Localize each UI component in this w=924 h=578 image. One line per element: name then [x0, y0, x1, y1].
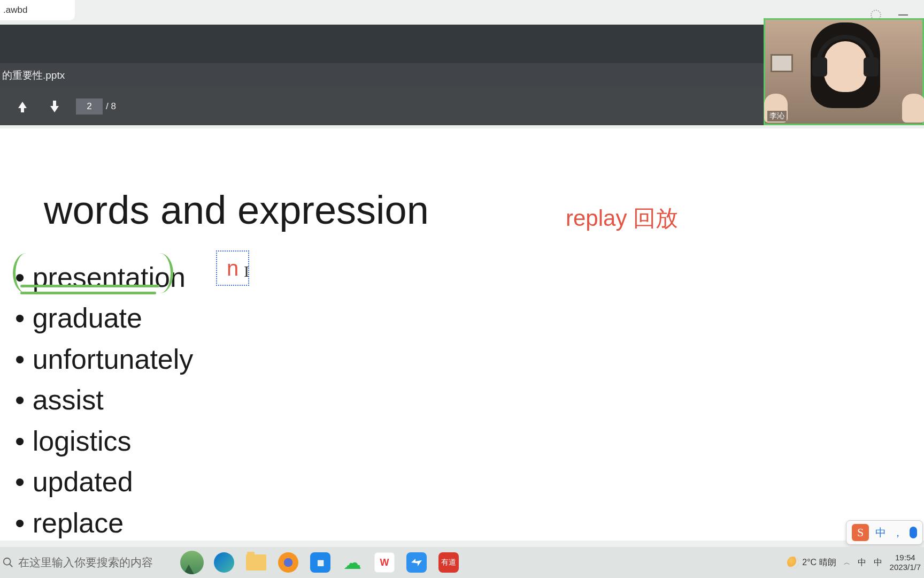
ime-punct[interactable]: ， [892, 526, 903, 540]
page-total: / 8 [106, 101, 116, 112]
clock-time: 19:54 [890, 553, 921, 562]
prev-page-button[interactable] [13, 97, 32, 116]
replay-annotation: replay 回放 [566, 203, 678, 233]
list-item: assist [0, 379, 193, 420]
bullet-list: presentation graduate unfortunately assi… [0, 257, 193, 543]
arrow-down-icon [49, 101, 60, 112]
weather-widget[interactable]: 2°C 晴朗 [787, 557, 836, 568]
list-item: updated [0, 461, 193, 502]
wps-icon[interactable]: W [372, 550, 397, 575]
webcam-overlay: 李沁 [764, 18, 924, 125]
edge-browser-icon[interactable] [212, 550, 236, 575]
text-cursor-icon: I [244, 262, 249, 280]
list-item: graduate [0, 298, 193, 338]
green-underline-annotation [20, 292, 156, 294]
page-number-input[interactable] [76, 98, 103, 115]
wechat-icon[interactable]: ☁ [340, 550, 365, 575]
ime-toolbar[interactable]: S 中 ， [846, 520, 923, 545]
clock-date: 2023/1/7 [890, 562, 921, 572]
arrow-up-icon [17, 101, 28, 112]
taskbar-clock[interactable]: 19:54 2023/1/7 [890, 553, 921, 572]
earcup-right-icon [864, 57, 879, 77]
picture-frame-icon [771, 54, 793, 72]
microphone-icon[interactable] [910, 527, 917, 538]
earcup-left-icon [812, 57, 827, 77]
list-item: unfortunately [0, 339, 193, 379]
file-name: 的重要性.pptx [2, 69, 65, 82]
slide-title: words and expression [44, 187, 429, 233]
weather-text: 2°C 晴朗 [802, 557, 836, 568]
tray-expand-icon[interactable]: ︿ [844, 558, 850, 567]
tray-ime-1[interactable]: 中 [858, 557, 866, 568]
pager-bar: / 8 [0, 88, 765, 125]
youdao-icon[interactable]: 有道 [436, 550, 461, 575]
search-placeholder: 在这里输入你要搜索的内容 [18, 555, 153, 570]
file-title-bar: 的重要性.pptx [0, 63, 765, 88]
taskbar-search[interactable]: 在这里输入你要搜索的内容 [2, 555, 153, 570]
ime-lang[interactable]: 中 [875, 526, 886, 540]
list-item: logistics [0, 421, 193, 461]
desktop-icon[interactable] [180, 550, 204, 575]
dingtalk-icon[interactable] [404, 550, 429, 575]
sogou-logo-icon: S [852, 524, 869, 541]
document-tab[interactable]: .awbd [0, 0, 75, 20]
hand-right [902, 94, 924, 123]
tray-ime-2[interactable]: 中 [874, 557, 882, 568]
firefox-icon[interactable] [276, 550, 301, 575]
moon-icon [787, 557, 799, 568]
tencent-meeting-icon[interactable]: ▦ [308, 550, 333, 575]
webcam-name-tag: 李沁 [767, 111, 787, 121]
taskbar-apps: ▦ ☁ W 有道 [180, 550, 461, 575]
annotation-letter: n [227, 256, 238, 280]
file-explorer-icon[interactable] [244, 550, 268, 575]
search-icon [2, 557, 14, 568]
svg-point-0 [4, 558, 11, 565]
minimize-button[interactable] [898, 14, 908, 16]
svg-line-1 [10, 564, 13, 567]
taskbar-tray: 2°C 晴朗 ︿ 中 中 19:54 2023/1/7 [787, 553, 921, 572]
taskbar: 在这里输入你要搜索的内容 ▦ ☁ W 有道 2°C 晴朗 ︿ 中 中 19:54… [0, 547, 924, 578]
next-page-button[interactable] [45, 97, 64, 116]
list-item: replace [0, 503, 193, 543]
document-tab-label: .awbd [3, 5, 27, 16]
slide-canvas: words and expression replay 回放 presentat… [0, 128, 924, 541]
app-toolbar [0, 25, 765, 63]
green-underline-annotation [20, 285, 159, 287]
